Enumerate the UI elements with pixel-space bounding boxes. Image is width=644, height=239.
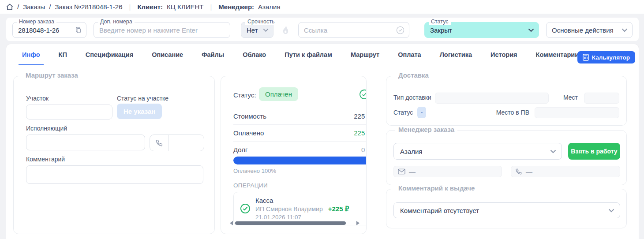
chevron-down-icon	[622, 28, 628, 32]
operation-amount: +225 ₽	[328, 205, 349, 213]
order-number-label: Номер заказа	[17, 19, 56, 25]
order-number-value: 2818048-1-26	[13, 26, 59, 34]
calculator-button-label: Калькулятор	[592, 54, 630, 61]
order-number-field[interactable]: Номер заказа 2818048-1-26	[12, 22, 86, 38]
delivery-type-input	[435, 93, 549, 104]
tab-description[interactable]: Описание	[152, 44, 183, 65]
extra-numbers-field[interactable]: Доп. номера	[94, 22, 230, 38]
tab-specification[interactable]: Спецификация	[86, 44, 133, 65]
tab-kp[interactable]: КП	[59, 44, 67, 65]
chevron-down-icon	[528, 28, 534, 32]
tab-logistics[interactable]: Логистика	[440, 44, 472, 65]
payment-row-paid: Оплачено 225 ₽	[233, 125, 366, 142]
scrollbar-track[interactable]	[235, 221, 354, 225]
tab-file-paths[interactable]: Пути к файлам	[285, 44, 332, 65]
operations-scrollbar[interactable]	[230, 221, 359, 225]
check-circle-icon[interactable]	[396, 26, 404, 34]
comment-label: Комментарий	[26, 156, 65, 163]
link-field[interactable]	[298, 22, 409, 38]
status-value: Закрыт	[425, 26, 452, 34]
take-to-work-label: Взять в работу	[571, 148, 617, 155]
payment-rows: Стоимость 225 ₽ Оплачено 225 ₽ Долг 0 ₽	[233, 108, 366, 158]
payment-status-badge: Оплачен	[259, 87, 298, 101]
status-label: Статус	[429, 19, 451, 25]
payment-panel: Статус: Оплачен Стоимость 225 ₽ Оплачено…	[221, 76, 367, 234]
cost-label: Стоимость	[233, 112, 266, 120]
payment-progress-bar	[233, 157, 366, 164]
section-input[interactable]	[26, 105, 112, 120]
operation-datetime: 21.01.2026 11:07	[255, 214, 349, 220]
home-icon[interactable]	[6, 4, 13, 11]
main-actions-label: Основные действия	[547, 26, 614, 34]
issue-comment-select[interactable]: Комментарий отсутствует	[393, 202, 620, 218]
breadcrumb-pipe: |	[210, 3, 212, 11]
breadcrumb: / Заказы / Заказ №2818048-1-26 | Клиент:…	[0, 0, 644, 14]
order-toolbar: Номер заказа 2818048-1-26 Доп. номера Ср…	[6, 18, 639, 41]
scroll-left-icon[interactable]	[230, 221, 233, 225]
debt-value: 0 ₽	[361, 146, 366, 154]
main-actions-select[interactable]: Основные действия	[546, 22, 633, 38]
order-page: / Заказы / Заказ №2818048-1-26 | Клиент:…	[0, 0, 644, 239]
urgency-value: Нет	[241, 26, 258, 34]
tab-payment[interactable]: Оплата	[398, 44, 421, 65]
urgency-select[interactable]: Срочность Нет	[241, 22, 273, 38]
payment-status-label: Статус:	[233, 91, 256, 99]
pickup-place-input	[535, 107, 619, 118]
operation-card[interactable]: Касса ИП Смирнов Владимир +225 ₽ 21.01.2…	[233, 192, 366, 225]
comment-input[interactable]: —	[26, 165, 203, 184]
payment-row-cost: Стоимость 225 ₽	[233, 108, 366, 125]
manager-panel-title: Менеджер заказа	[395, 126, 457, 133]
cost-value: 225 ₽	[354, 112, 366, 120]
breadcrumb-separator: /	[49, 3, 51, 11]
calculator-icon	[583, 54, 589, 61]
client-value: КЦ КЛИЕНТ	[167, 3, 203, 11]
chevron-down-icon	[550, 149, 556, 153]
phone-icon	[150, 135, 169, 151]
manager-select-value: Азалия	[394, 148, 422, 155]
chevron-down-icon	[263, 28, 269, 32]
manager-label: Менеджер:	[218, 3, 254, 11]
status-select[interactable]: Статус Закрыт	[424, 22, 539, 38]
comment-value: —	[26, 166, 203, 177]
manager-select[interactable]: Азалия	[393, 143, 562, 160]
tab-files[interactable]: Файлы	[202, 44, 224, 65]
operation-check-icon	[240, 203, 251, 214]
paid-label: Оплачено	[233, 129, 264, 137]
breadcrumb-order-link[interactable]: Заказ №2818048-1-26	[55, 3, 122, 11]
tab-comments[interactable]: Комментарии	[536, 44, 579, 65]
debt-label: Долг	[233, 146, 248, 153]
urgency-label: Срочность	[245, 19, 277, 25]
copy-icon[interactable]	[75, 27, 82, 34]
executor-input[interactable]	[26, 134, 145, 150]
places-input	[584, 93, 619, 104]
link-input[interactable]	[299, 26, 396, 34]
manager-phone-field: —	[511, 166, 620, 177]
order-detail-card: Инфо КП Спецификация Описание Файлы Обла…	[6, 44, 639, 239]
take-to-work-button[interactable]: Взять в работу	[568, 143, 620, 160]
section-status-badge: Не указан	[117, 104, 162, 119]
extra-numbers-label: Доп. номера	[98, 19, 135, 25]
manager-email-value: —	[409, 168, 416, 176]
client-label: Клиент:	[137, 3, 163, 11]
calculator-button[interactable]: Калькулятор	[577, 51, 635, 63]
manager-panel: Менеджер заказа Азалия Взять в работу —	[386, 130, 627, 185]
breadcrumb-orders-link[interactable]: Заказы	[23, 3, 45, 11]
scrollbar-thumb[interactable]	[235, 221, 346, 225]
tab-cloud[interactable]: Облако	[243, 44, 266, 65]
tab-info[interactable]: Инфо	[22, 44, 40, 65]
extra-numbers-input[interactable]	[94, 26, 230, 34]
payment-row-debt: Долг 0 ₽	[233, 142, 366, 158]
payment-progress-fill	[233, 157, 366, 164]
tab-route[interactable]: Маршрут	[351, 44, 379, 65]
issue-comment-value: Комментарий отсутствует	[394, 207, 479, 214]
executor-phone-input[interactable]	[169, 135, 204, 151]
mail-icon	[398, 168, 405, 175]
scroll-right-icon[interactable]	[356, 221, 359, 225]
paid-value: 225 ₽	[354, 129, 366, 137]
executor-phone-group[interactable]	[150, 134, 204, 151]
tab-history[interactable]: История	[490, 44, 517, 65]
issue-comment-title: Комментарий к выдаче	[395, 184, 478, 192]
issue-comment-panel: Комментарий к выдаче Комментарий отсутст…	[386, 189, 627, 228]
delivery-status-badge: -	[417, 107, 426, 118]
manager-phone-value: —	[526, 168, 532, 176]
